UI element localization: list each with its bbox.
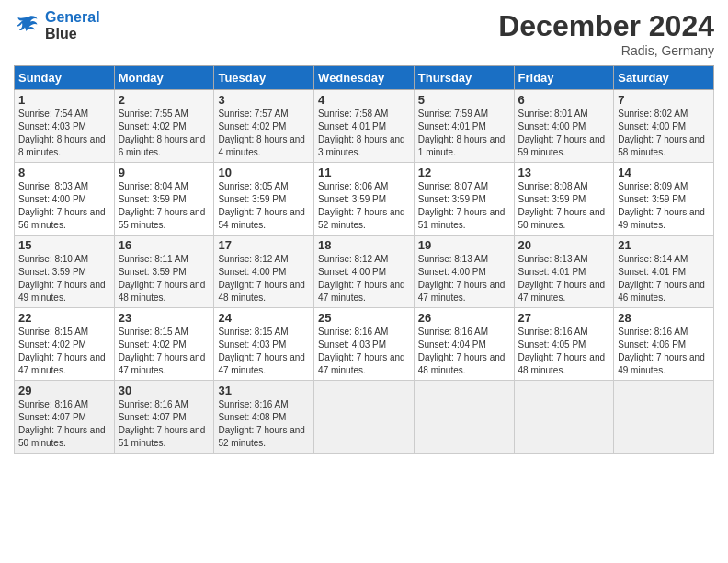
day-cell-28: 28 Sunrise: 8:16 AMSunset: 4:06 PMDaylig…: [614, 308, 714, 381]
day-cell-8: 8 Sunrise: 8:03 AMSunset: 4:00 PMDayligh…: [15, 163, 115, 236]
day-cell-2: 2 Sunrise: 7:55 AMSunset: 4:02 PMDayligh…: [114, 90, 214, 163]
day-number: 30: [119, 384, 210, 397]
day-number: 14: [618, 166, 710, 179]
day-number: 28: [618, 311, 710, 325]
day-cell-30: 30 Sunrise: 8:16 AMSunset: 4:07 PMDaylig…: [114, 381, 214, 454]
day-info: Sunrise: 8:12 AMSunset: 4:00 PMDaylight:…: [218, 253, 310, 304]
calendar-header-row: Sunday Monday Tuesday Wednesday Thursday…: [15, 66, 714, 90]
day-number: 16: [119, 238, 210, 252]
day-info: Sunrise: 8:15 AMSunset: 4:02 PMDaylight:…: [18, 326, 110, 377]
day-info: Sunrise: 7:54 AMSunset: 4:03 PMDaylight:…: [18, 108, 110, 159]
day-info: Sunrise: 8:05 AMSunset: 3:59 PMDaylight:…: [218, 180, 310, 232]
day-number: 20: [518, 238, 610, 252]
day-cell-20: 20 Sunrise: 8:13 AMSunset: 4:01 PMDaylig…: [514, 236, 614, 308]
location: Radis, Germany: [498, 43, 714, 58]
day-number: 27: [518, 311, 610, 325]
day-cell-25: 25 Sunrise: 8:16 AMSunset: 4:03 PMDaylig…: [314, 308, 415, 381]
day-info: Sunrise: 8:16 AMSunset: 4:06 PMDaylight:…: [618, 326, 710, 377]
day-number: 23: [119, 311, 210, 325]
day-info: Sunrise: 8:15 AMSunset: 4:03 PMDaylight:…: [218, 326, 310, 377]
day-cell-6: 6 Sunrise: 8:01 AMSunset: 4:00 PMDayligh…: [514, 90, 614, 163]
day-cell-18: 18 Sunrise: 8:12 AMSunset: 4:00 PMDaylig…: [314, 236, 415, 308]
day-cell-9: 9 Sunrise: 8:04 AMSunset: 3:59 PMDayligh…: [114, 163, 214, 236]
day-cell-29: 29 Sunrise: 8:16 AMSunset: 4:07 PMDaylig…: [15, 381, 115, 454]
day-number: 31: [218, 384, 310, 397]
day-info: Sunrise: 8:14 AMSunset: 4:01 PMDaylight:…: [618, 253, 710, 304]
logo: General Blue: [14, 9, 100, 43]
day-number: 1: [18, 93, 110, 107]
day-cell-5: 5 Sunrise: 7:59 AMSunset: 4:01 PMDayligh…: [414, 90, 514, 163]
day-info: Sunrise: 8:04 AMSunset: 3:59 PMDaylight:…: [119, 180, 210, 232]
header: General Blue December 2024 Radis, German…: [14, 9, 714, 58]
day-number: 29: [18, 384, 110, 397]
day-number: 11: [318, 166, 410, 179]
day-number: 5: [418, 93, 510, 107]
day-number: 18: [318, 238, 410, 252]
table-row: 8 Sunrise: 8:03 AMSunset: 4:00 PMDayligh…: [15, 163, 714, 236]
day-info: Sunrise: 7:58 AMSunset: 4:01 PMDaylight:…: [318, 108, 410, 159]
col-sunday: Sunday: [15, 66, 115, 90]
empty-cell: [514, 381, 614, 454]
col-thursday: Thursday: [414, 66, 514, 90]
day-number: 9: [119, 166, 210, 179]
logo-icon: [14, 12, 41, 40]
col-tuesday: Tuesday: [214, 66, 314, 90]
day-cell-27: 27 Sunrise: 8:16 AMSunset: 4:05 PMDaylig…: [514, 308, 614, 381]
month-title: December 2024: [498, 9, 714, 43]
empty-cell: [614, 381, 714, 454]
day-info: Sunrise: 8:03 AMSunset: 4:00 PMDaylight:…: [18, 180, 110, 232]
calendar-table: Sunday Monday Tuesday Wednesday Thursday…: [14, 65, 714, 454]
day-number: 4: [318, 93, 410, 107]
day-info: Sunrise: 7:59 AMSunset: 4:01 PMDaylight:…: [418, 108, 510, 159]
day-cell-19: 19 Sunrise: 8:13 AMSunset: 4:00 PMDaylig…: [414, 236, 514, 308]
day-number: 12: [418, 166, 510, 179]
day-number: 15: [18, 238, 110, 252]
day-info: Sunrise: 8:07 AMSunset: 3:59 PMDaylight:…: [418, 180, 510, 232]
day-info: Sunrise: 8:02 AMSunset: 4:00 PMDaylight:…: [618, 108, 710, 159]
day-number: 7: [618, 93, 710, 107]
day-info: Sunrise: 8:12 AMSunset: 4:00 PMDaylight:…: [318, 253, 410, 304]
day-info: Sunrise: 8:16 AMSunset: 4:04 PMDaylight:…: [418, 326, 510, 377]
day-info: Sunrise: 8:10 AMSunset: 3:59 PMDaylight:…: [18, 253, 110, 304]
col-wednesday: Wednesday: [314, 66, 415, 90]
day-number: 26: [418, 311, 510, 325]
day-info: Sunrise: 8:06 AMSunset: 3:59 PMDaylight:…: [318, 180, 410, 232]
day-info: Sunrise: 8:09 AMSunset: 3:59 PMDaylight:…: [618, 180, 710, 232]
day-number: 13: [518, 166, 610, 179]
table-row: 15 Sunrise: 8:10 AMSunset: 3:59 PMDaylig…: [15, 236, 714, 308]
page-container: General Blue December 2024 Radis, German…: [0, 0, 728, 463]
day-info: Sunrise: 8:16 AMSunset: 4:07 PMDaylight:…: [18, 398, 110, 450]
logo-blue: Blue: [45, 26, 100, 42]
day-cell-15: 15 Sunrise: 8:10 AMSunset: 3:59 PMDaylig…: [15, 236, 115, 308]
day-cell-10: 10 Sunrise: 8:05 AMSunset: 3:59 PMDaylig…: [214, 163, 314, 236]
table-row: 22 Sunrise: 8:15 AMSunset: 4:02 PMDaylig…: [15, 308, 714, 381]
title-block: December 2024 Radis, Germany: [498, 9, 714, 58]
day-number: 8: [18, 166, 110, 179]
day-info: Sunrise: 8:13 AMSunset: 4:01 PMDaylight:…: [518, 253, 610, 304]
day-number: 2: [119, 93, 210, 107]
day-number: 3: [218, 93, 310, 107]
day-cell-3: 3 Sunrise: 7:57 AMSunset: 4:02 PMDayligh…: [214, 90, 314, 163]
col-saturday: Saturday: [614, 66, 714, 90]
day-cell-21: 21 Sunrise: 8:14 AMSunset: 4:01 PMDaylig…: [614, 236, 714, 308]
day-info: Sunrise: 8:11 AMSunset: 3:59 PMDaylight:…: [119, 253, 210, 304]
day-cell-23: 23 Sunrise: 8:15 AMSunset: 4:02 PMDaylig…: [114, 308, 214, 381]
day-number: 17: [218, 238, 310, 252]
col-friday: Friday: [514, 66, 614, 90]
day-cell-26: 26 Sunrise: 8:16 AMSunset: 4:04 PMDaylig…: [414, 308, 514, 381]
day-info: Sunrise: 8:16 AMSunset: 4:08 PMDaylight:…: [218, 398, 310, 450]
day-number: 21: [618, 238, 710, 252]
day-cell-7: 7 Sunrise: 8:02 AMSunset: 4:00 PMDayligh…: [614, 90, 714, 163]
empty-cell: [314, 381, 415, 454]
day-info: Sunrise: 7:57 AMSunset: 4:02 PMDaylight:…: [218, 108, 310, 159]
day-cell-31: 31 Sunrise: 8:16 AMSunset: 4:08 PMDaylig…: [214, 381, 314, 454]
day-info: Sunrise: 8:16 AMSunset: 4:07 PMDaylight:…: [119, 398, 210, 450]
day-cell-17: 17 Sunrise: 8:12 AMSunset: 4:00 PMDaylig…: [214, 236, 314, 308]
day-cell-4: 4 Sunrise: 7:58 AMSunset: 4:01 PMDayligh…: [314, 90, 415, 163]
day-info: Sunrise: 8:15 AMSunset: 4:02 PMDaylight:…: [119, 326, 210, 377]
table-row: 1 Sunrise: 7:54 AMSunset: 4:03 PMDayligh…: [15, 90, 714, 163]
day-number: 25: [318, 311, 410, 325]
day-info: Sunrise: 8:16 AMSunset: 4:05 PMDaylight:…: [518, 326, 610, 377]
day-number: 24: [218, 311, 310, 325]
day-cell-13: 13 Sunrise: 8:08 AMSunset: 3:59 PMDaylig…: [514, 163, 614, 236]
